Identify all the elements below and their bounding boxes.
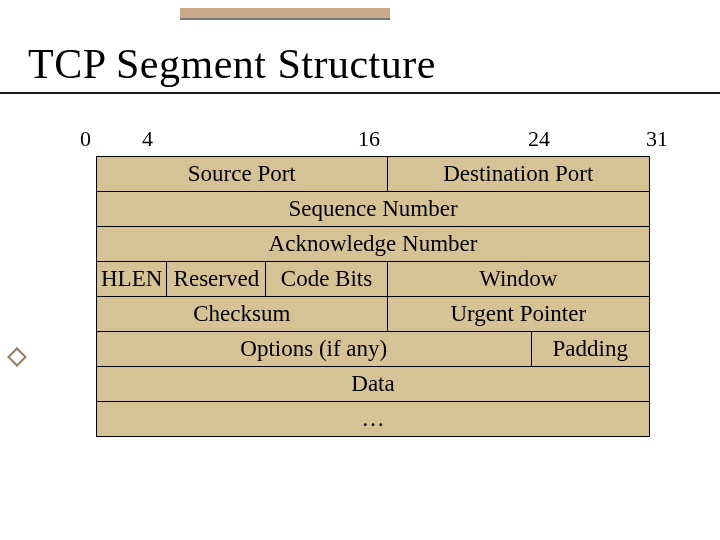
field-hlen: HLEN bbox=[97, 262, 167, 297]
diamond-bullet-icon bbox=[7, 347, 27, 367]
bit-offset-labels: 0 4 16 24 31 bbox=[72, 120, 672, 156]
field-sequence-number: Sequence Number bbox=[97, 192, 650, 227]
field-reserved: Reserved bbox=[167, 262, 266, 297]
bit-label-0: 0 bbox=[80, 126, 91, 152]
field-code-bits: Code Bits bbox=[266, 262, 387, 297]
field-destination-port: Destination Port bbox=[387, 157, 649, 192]
field-source-port: Source Port bbox=[97, 157, 388, 192]
field-data-continued: … bbox=[97, 402, 650, 437]
tcp-segment-diagram: 0 4 16 24 31 Source Port Destination Por… bbox=[72, 120, 672, 437]
bit-label-16: 16 bbox=[358, 126, 380, 152]
title-rule bbox=[0, 92, 720, 94]
field-checksum: Checksum bbox=[97, 297, 388, 332]
field-acknowledge-number: Acknowledge Number bbox=[97, 227, 650, 262]
bit-label-24: 24 bbox=[528, 126, 550, 152]
bit-label-31: 31 bbox=[646, 126, 668, 152]
accent-strip bbox=[180, 8, 390, 20]
field-options: Options (if any) bbox=[97, 332, 532, 367]
bit-label-4: 4 bbox=[142, 126, 153, 152]
tcp-header-table: Source Port Destination Port Sequence Nu… bbox=[96, 156, 650, 437]
field-window: Window bbox=[387, 262, 649, 297]
field-padding: Padding bbox=[531, 332, 649, 367]
page-title: TCP Segment Structure bbox=[28, 40, 720, 88]
field-urgent-pointer: Urgent Pointer bbox=[387, 297, 649, 332]
field-data: Data bbox=[97, 367, 650, 402]
